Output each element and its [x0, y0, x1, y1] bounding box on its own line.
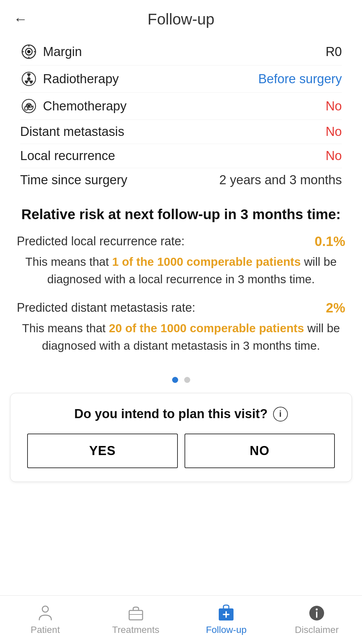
nav-item-followup[interactable]: Follow-up	[193, 604, 260, 635]
nav-label-disclaimer: Disclaimer	[295, 625, 339, 635]
margin-row: Margin R0	[20, 38, 342, 65]
local-recurrence-rate-value: 0.1%	[315, 234, 345, 249]
margin-label: Margin	[20, 43, 82, 60]
svg-point-11	[42, 606, 48, 612]
local-recurrence-rate-row: Predicted local recurrence rate: 0.1%	[17, 234, 345, 249]
person-icon	[37, 604, 54, 622]
info-circle-icon	[308, 604, 325, 622]
local-recurrence-label: Local recurrence	[20, 149, 115, 163]
margin-icon	[20, 43, 38, 60]
radiation-icon	[20, 70, 38, 88]
radiotherapy-row: Radiotherapy Before surgery	[20, 65, 342, 93]
distant-metastasis-rate-row: Predicted distant metastasis rate: 2%	[17, 300, 345, 315]
distant-metastasis-rate-label: Predicted distant metastasis rate:	[17, 301, 195, 315]
nav-item-disclaimer[interactable]: Disclaimer	[283, 604, 350, 635]
radiotherapy-label: Radiotherapy	[20, 70, 119, 88]
visit-buttons: YES NO	[27, 434, 335, 468]
time-since-surgery-label: Time since surgery	[20, 173, 127, 187]
svg-point-19	[316, 608, 318, 610]
medical-bag-icon	[217, 604, 235, 622]
distant-metastasis-rate-value: 2%	[326, 300, 345, 315]
chemotherapy-row: Chemotherapy No	[20, 93, 342, 120]
visit-question: Do you intend to plan this visit? i	[27, 407, 335, 422]
local-recurrence-row: Local recurrence No	[20, 144, 342, 168]
dot-1[interactable]	[172, 377, 178, 383]
time-since-surgery-row: Time since surgery 2 years and 3 months	[20, 168, 342, 192]
chemotherapy-label: Chemotherapy	[20, 97, 126, 115]
nav-item-treatments[interactable]: Treatments	[102, 604, 169, 635]
margin-value: R0	[325, 45, 342, 59]
pagination-dots	[0, 377, 362, 383]
time-since-surgery-value: 2 years and 3 months	[219, 173, 342, 187]
dot-2[interactable]	[184, 377, 190, 383]
briefcase-icon	[127, 604, 145, 622]
distant-metastasis-value: No	[325, 125, 342, 139]
nav-label-treatments: Treatments	[112, 625, 159, 635]
visit-card: Do you intend to plan this visit? i YES …	[10, 393, 352, 482]
info-section: Margin R0 Radiotherapy Before surgery	[0, 35, 362, 195]
nav-label-followup: Follow-up	[206, 625, 247, 635]
svg-point-7	[27, 77, 31, 81]
no-button[interactable]: NO	[185, 434, 335, 468]
risk-section: Relative risk at next follow-up in 3 mon…	[0, 195, 362, 370]
biohazard-icon	[20, 97, 38, 115]
page-title: Follow-up	[148, 10, 214, 28]
radiotherapy-value: Before surgery	[258, 72, 342, 86]
back-button[interactable]: ←	[13, 12, 28, 26]
yes-button[interactable]: YES	[27, 434, 178, 468]
svg-point-2	[27, 50, 31, 53]
distant-metastasis-description: This means that 20 of the 1000 comperabl…	[17, 319, 345, 355]
chemotherapy-value: No	[325, 99, 342, 113]
local-recurrence-description: This means that 1 of the 1000 comperable…	[17, 253, 345, 288]
svg-rect-12	[129, 610, 143, 620]
nav-item-patient[interactable]: Patient	[12, 604, 79, 635]
visit-info-icon[interactable]: i	[273, 407, 288, 422]
bottom-nav: Patient Treatments Follow-up Disclaimer	[0, 595, 362, 644]
local-recurrence-rate-label: Predicted local recurrence rate:	[17, 234, 185, 248]
risk-title: Relative risk at next follow-up in 3 mon…	[17, 205, 345, 224]
distant-metastasis-label: Distant metastasis	[20, 125, 124, 139]
header: ← Follow-up	[0, 0, 362, 35]
nav-label-patient: Patient	[31, 625, 60, 635]
local-recurrence-value: No	[325, 149, 342, 163]
distant-metastasis-row: Distant metastasis No	[20, 120, 342, 144]
